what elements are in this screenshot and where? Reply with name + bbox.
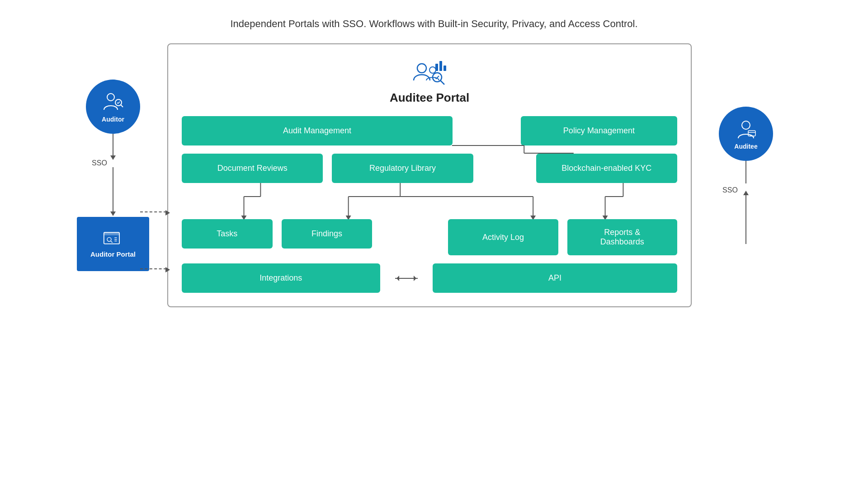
svg-rect-14 [443,66,446,71]
main-layout: Auditor SSO [72,43,796,307]
svg-point-5 [107,237,111,241]
page-subtitle: Independent Portals with SSO. Workflows … [230,18,637,30]
reports-dashboards-box: Reports & Dashboards [567,219,677,255]
auditee-avatar: Auditee [719,107,773,161]
auditee-sso-label: SSO [722,186,738,194]
auditee-side: Auditee SSO [705,107,787,244]
auditor-down-line [113,134,113,156]
blockchain-kyc-box: Blockchain-enabled KYC [536,154,677,183]
auditor-portal-label: Auditor Portal [90,250,136,258]
auditor-down-line2 [113,167,113,212]
row3-gap [381,219,439,255]
svg-line-2 [121,105,123,107]
auditee-down-line [745,161,746,183]
auditor-portal-box: Auditor Portal [77,217,149,271]
auditor-side: Auditor SSO [72,80,154,271]
svg-line-16 [440,80,444,84]
svg-point-10 [417,64,426,73]
auditee-label: Auditee [734,143,757,150]
bidir-arrow [389,263,424,293]
gap2 [482,154,527,183]
svg-marker-36 [396,276,399,281]
auditee-down-line2 [745,194,746,244]
connectors-svg [182,183,677,219]
svg-point-11 [429,67,436,73]
portal-title: Auditee Portal [390,91,469,105]
activity-log-box: Activity Log [448,219,558,255]
portal-header: Auditee Portal [182,56,677,105]
findings-box: Findings [282,219,373,249]
row1: Audit Management Policy Management [182,116,677,145]
svg-rect-4 [104,232,119,235]
svg-rect-12 [435,64,438,71]
tasks-box: Tasks [182,219,273,249]
row3: Tasks Findings Activity Log Reports & Da… [182,219,677,255]
regulatory-library-box: Regulatory Library [332,154,473,183]
svg-point-0 [107,94,114,101]
svg-marker-37 [414,276,416,281]
row4: Integrations API [182,263,677,293]
portal-icon [409,56,450,87]
gap1 [462,116,512,145]
svg-line-6 [111,241,113,243]
diagram-wrapper: Audit Management Policy Management Docum… [182,116,677,293]
integrations-box: Integrations [182,263,380,293]
bidir-arrow-svg [393,272,420,285]
dashed-arrow-portal [140,268,166,269]
svg-point-38 [742,121,750,129]
audit-management-box: Audit Management [182,116,453,145]
portal-container: Auditee Portal Audit Management Policy M… [167,43,692,307]
dashed-arrow-in [140,211,166,212]
document-reviews-box: Document Reviews [182,154,323,183]
auditor-portal-container: Auditor Portal [77,217,149,271]
auditor-label: Auditor [102,116,124,123]
auditor-sso-label: SSO [92,159,107,167]
auditor-avatar: Auditor [86,80,140,134]
row2: Document Reviews Regulatory Library Bloc… [182,154,677,183]
svg-rect-13 [439,61,442,71]
policy-management-box: Policy Management [521,116,677,145]
api-box: API [433,263,677,293]
